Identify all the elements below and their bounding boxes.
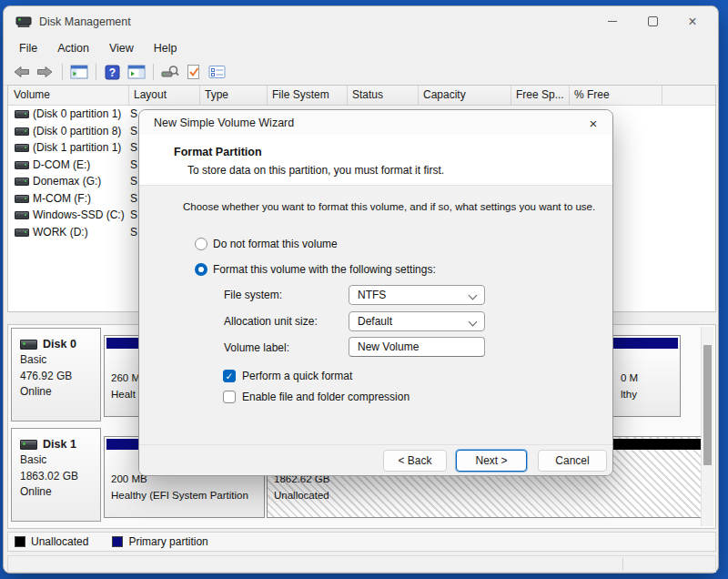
volume-layout: S: [130, 192, 137, 205]
rescan-disks-button[interactable]: [158, 62, 181, 83]
console-tree-icon: [70, 65, 88, 79]
properties-icon: [208, 65, 226, 79]
back-arrow-icon: [13, 65, 30, 79]
minimize-button[interactable]: [592, 6, 632, 36]
dialog-button-row: < Back Next > Cancel: [139, 444, 612, 475]
volume-icon: [15, 161, 29, 169]
dialog-titlebar: New Simple Volume Wizard ×: [139, 110, 612, 135]
dialog-header: Format Partition To store data on this p…: [139, 135, 612, 186]
legend-bar: Unallocated Primary partition: [7, 532, 716, 552]
radio-do-not-format[interactable]: Do not format this volume: [195, 237, 338, 251]
volume-layout: S: [130, 125, 137, 137]
legend-unallocated-label: Unallocated: [31, 535, 88, 548]
menu-file[interactable]: File: [9, 38, 47, 58]
back-button[interactable]: < Back: [383, 450, 447, 472]
disk-kind: Basic: [20, 354, 100, 367]
cancel-button[interactable]: Cancel: [538, 450, 607, 472]
column-header-pct-free[interactable]: % Free: [570, 86, 662, 105]
action-pane-icon: [127, 65, 146, 79]
disk-name: Disk 0: [43, 338, 76, 350]
chevron-down-icon: [469, 318, 478, 327]
volume-icon: [15, 144, 29, 152]
properties-button[interactable]: [206, 62, 228, 83]
checkbox-icon[interactable]: ✓: [223, 370, 236, 382]
status-bar-divider: [622, 558, 623, 570]
file-system-label: File system:: [224, 289, 282, 301]
show-action-pane-button[interactable]: [125, 62, 147, 83]
close-icon: ×: [688, 15, 696, 29]
volume-layout: S: [130, 107, 137, 120]
allocation-unit-label: Allocation unit size:: [224, 315, 318, 328]
partition-status-label: Healthy (EFI System Partition: [111, 490, 248, 501]
toolbar: ?: [4, 59, 718, 86]
volume-table-header: Volume Layout Type File System Status Ca…: [8, 86, 715, 106]
column-header-free-space[interactable]: Free Sp...: [511, 86, 570, 105]
partition-status-label: Unallocated: [274, 490, 329, 501]
status-bar: [7, 555, 716, 573]
back-button[interactable]: [10, 62, 33, 83]
disk-title: Disk 1: [20, 438, 100, 451]
disk-title: Disk 0: [20, 338, 100, 350]
radio-format-volume[interactable]: Format this volume with the following se…: [195, 262, 436, 277]
dialog-instruction: Choose whether you want to format this v…: [183, 201, 595, 212]
disk-1-header[interactable]: Disk 1 Basic 1863.02 GB Online: [11, 428, 101, 522]
show-console-tree-button[interactable]: [67, 62, 90, 83]
primary-partition-swatch-icon: [112, 536, 123, 547]
next-button[interactable]: Next >: [456, 450, 527, 472]
partition-status-label: lthy: [621, 389, 637, 400]
dialog-close-button[interactable]: ×: [584, 115, 602, 131]
dialog-subheading: To store data on this partition, you mus…: [187, 164, 444, 177]
volume-icon: [15, 178, 29, 186]
help-button[interactable]: ?: [101, 62, 124, 83]
column-header-volume[interactable]: Volume: [9, 86, 129, 105]
allocation-unit-value: Default: [358, 315, 392, 328]
file-system-dropdown[interactable]: NTFS: [349, 285, 485, 305]
menu-view[interactable]: View: [99, 38, 144, 58]
toolbar-separator: [96, 64, 96, 80]
volume-name: (Disk 0 partition 1): [33, 107, 121, 120]
volume-layout: S: [130, 175, 137, 188]
window-controls: ×: [592, 6, 713, 36]
toolbar-separator: [153, 64, 154, 80]
volume-name: M-COM (F:): [33, 192, 91, 205]
forward-arrow-icon: [36, 65, 54, 79]
check-disk-button[interactable]: [182, 62, 205, 83]
radio-label: Format this volume with the following se…: [213, 263, 436, 276]
volume-name: (Disk 1 partition 1): [33, 141, 121, 154]
column-header-status[interactable]: Status: [348, 86, 419, 105]
check-document-icon: [186, 64, 201, 80]
radio-icon[interactable]: [195, 263, 207, 276]
quick-format-option[interactable]: ✓ Perform a quick format: [223, 369, 352, 383]
column-header-file-system[interactable]: File System: [268, 86, 348, 105]
volume-name: D-COM (E:): [33, 158, 90, 171]
radio-icon[interactable]: [195, 238, 207, 250]
allocation-unit-dropdown[interactable]: Default: [349, 311, 485, 331]
radio-label: Do not format this volume: [213, 238, 338, 250]
volume-label-label: Volume label:: [224, 341, 289, 354]
column-header-capacity[interactable]: Capacity: [419, 86, 511, 105]
titlebar: Disk Management ×: [4, 6, 718, 36]
disk-0-header[interactable]: Disk 0 Basic 476.92 GB Online: [11, 328, 101, 422]
column-header-type[interactable]: Type: [200, 86, 268, 105]
disk-size: 476.92 GB: [20, 371, 100, 383]
menu-action[interactable]: Action: [47, 38, 99, 58]
disk-status: Online: [20, 386, 100, 399]
forward-button[interactable]: [34, 62, 56, 83]
disk-status: Online: [20, 486, 100, 499]
volume-layout: S: [130, 158, 137, 171]
compression-option[interactable]: ✓ Enable file and folder compression: [223, 390, 410, 404]
close-icon: ×: [590, 116, 598, 131]
scrollbar-thumb[interactable]: [703, 345, 712, 465]
volume-layout: S: [130, 226, 137, 239]
volume-label-input[interactable]: [349, 337, 485, 357]
column-header-layout[interactable]: Layout: [129, 86, 200, 105]
menu-help[interactable]: Help: [144, 38, 187, 58]
volume-icon: [15, 229, 29, 237]
checkbox-icon[interactable]: ✓: [223, 391, 236, 403]
close-button[interactable]: ×: [672, 6, 713, 36]
chevron-down-icon: [469, 291, 478, 300]
svg-text:?: ?: [109, 66, 116, 79]
vertical-scrollbar[interactable]: [701, 327, 713, 526]
maximize-button[interactable]: [632, 6, 672, 36]
disk-size: 1863.02 GB: [20, 471, 100, 483]
